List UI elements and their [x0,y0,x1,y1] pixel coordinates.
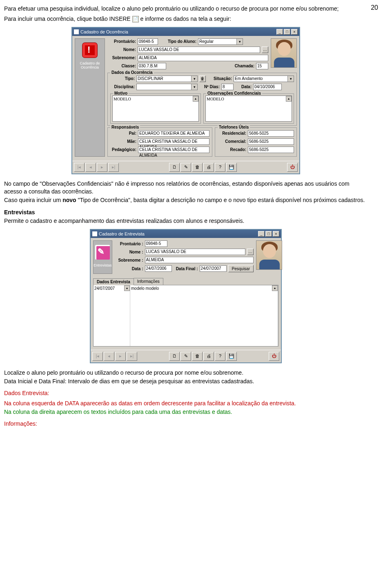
nome-label: Nome : [115,250,143,254]
prontuario-input[interactable]: 09848-5 [145,240,167,247]
interview-window: Cadastro de Entrevista _ □ × Entrevistas… [90,229,282,363]
obs-text: MODELO [207,97,224,101]
sobrenome-label: Sobrenome: [107,56,136,60]
resid-input[interactable]: 5686-5025 [248,130,294,137]
pedag-input[interactable]: CELIA CRISTINA VASSALO DE ALMEIDA [138,147,209,153]
edit-button[interactable]: ✎ [180,352,191,361]
recado-input[interactable]: 5686-5025 [248,147,294,153]
new-button[interactable]: 🗋 [169,352,180,361]
prontuario-input[interactable]: 09848-5 [138,38,158,45]
side-panel: Entrevistas [93,240,112,274]
scroll-up-icon[interactable]: ▴ [124,285,130,291]
close-window-button[interactable]: × [273,231,279,237]
motivo-legend: Motivo [113,91,129,96]
chamada-label: Chamada: [168,64,254,68]
comerc-input[interactable]: 5686-5025 [248,138,294,145]
next-record-button[interactable]: ▸ [115,352,126,361]
delete-button[interactable]: 🗑 [192,352,203,361]
data-input[interactable]: 04/10/2006 [253,84,282,90]
next-record-button[interactable]: ▸ [97,163,107,172]
scroll-up-icon[interactable]: ▴ [286,96,292,102]
mae-label: Mãe: [110,139,136,144]
data-input[interactable]: 24/07/2006 [145,265,172,272]
chamada-input[interactable]: 15 [256,63,268,69]
prev-record-button[interactable]: ◂ [104,352,114,361]
page-number: 20 [371,4,378,11]
entrevistas-desc: Permite o cadastro e acompanhamento das … [4,217,368,225]
classe-label: Classe: [107,64,136,68]
obs-textarea[interactable]: MODELO ▴ [205,96,292,122]
window-title: Cadastro de Ocorrência [80,29,128,34]
ndias-input[interactable]: 8 [221,84,234,90]
dados-entrevista-heading: Dados Entrevista: [4,389,368,397]
save-button[interactable]: 💾 [226,163,237,172]
minimize-button[interactable]: _ [276,29,283,35]
nome-label: Nome: [107,47,136,52]
scroll-up-icon[interactable]: ▴ [272,285,278,291]
first-record-button[interactable]: |◂ [74,163,85,172]
dados-ocorrencia-group: Dados da Ocorrência Tipo: DISCIPLINAR 🗑 … [107,73,297,126]
prev-record-button[interactable]: ◂ [85,163,96,172]
list-text-value: modelo modelo [131,286,159,291]
tab-informacoes[interactable]: Informações [134,278,163,285]
close-window-button[interactable]: × [291,29,298,35]
titlebar: Cadastro de Entrevista _ □ × [91,230,281,238]
exit-button[interactable]: ⏻ [287,163,298,172]
last-record-button[interactable]: ▸| [127,352,137,361]
disciplina-select[interactable] [136,84,198,90]
nome-input[interactable]: LUCAS VASSALO DE [145,249,245,255]
motivo-textarea[interactable]: MODELO ▴ [112,96,199,122]
exclamation-icon [82,43,97,58]
side-label: Entrevistas [94,264,112,268]
tipo-del-button[interactable]: 🗑 [199,76,206,82]
pai-input[interactable]: EDUARDO TEIXEIRA DE ALMEIDA [138,130,209,137]
print-button[interactable]: 🖨 [203,352,214,361]
scroll-up-icon[interactable]: ▴ [193,96,198,102]
delete-button[interactable]: 🗑 [192,163,203,172]
nome-input[interactable]: LUCAS VASSALO DE [138,47,260,53]
minimize-button[interactable]: _ [258,231,265,237]
tipo-aluno-select[interactable]: Regular [198,38,243,45]
sobrenome-input[interactable]: ALMEIDA [145,257,254,263]
p4a: Caso queira incluir um [4,197,62,203]
maximize-button[interactable]: □ [284,29,290,35]
obs-legend: Observações Confidenciais [206,91,262,96]
tipo-select[interactable]: DISCIPLINAR [136,76,198,82]
help-button[interactable]: ? [215,163,225,172]
nome-lookup-button[interactable]: … [247,249,254,255]
edit-button[interactable]: ✎ [180,163,191,172]
resp-legend: Responsáveis [110,125,140,129]
motivo-group: Motivo MODELO ▴ [110,93,201,124]
list-date-value: 24/07/2007 [94,286,115,291]
nome-lookup-button[interactable]: … [262,47,268,53]
insert-icon [132,16,139,22]
new-button[interactable]: 🗋 [169,163,180,172]
telefones-group: Telefones Úteis Residencial:5686-5025 Co… [215,127,297,157]
text-column[interactable]: modelo modelo ▴ [130,285,278,346]
informacoes-heading: Informações: [4,420,368,428]
recado-label: Recado: [218,147,246,152]
mae-input[interactable]: CELIA CRISTINA VASSALO DE ALMEIDA [138,138,209,145]
student-photo [271,38,297,68]
exit-button[interactable]: ⏻ [269,352,279,361]
window-title: Cadastro de Entrevista [99,231,145,236]
save-button[interactable]: 💾 [226,352,237,361]
help-button[interactable]: ? [215,352,225,361]
date-column[interactable]: 24/07/2007 ▴ [94,285,130,346]
classe-input[interactable]: 030.7.B.M [138,63,166,69]
situacao-select[interactable]: Em Andamento [234,76,294,82]
data-final-label: Data Final : [174,267,198,271]
prontuario-label: Prontuário : [115,242,143,246]
maximize-button[interactable]: □ [265,231,272,237]
motivo-text: MODELO [114,97,131,101]
pesquisar-button[interactable]: Pesquisar [228,265,254,272]
dados-legend: Dados da Ocorrência [110,70,154,75]
col-esq-note: Na coluna esquerda de DATA aparecerão as… [4,400,368,407]
print-button[interactable]: 🖨 [203,163,214,172]
tab-dados-entrevista[interactable]: Dados Entrevista [93,278,134,285]
sobrenome-input[interactable]: ALMEIDA [138,55,268,61]
locate-note: Localize o aluno pelo prontuário ou util… [4,369,368,377]
first-record-button[interactable]: |◂ [92,352,103,361]
last-record-button[interactable]: ▸| [108,163,119,172]
data-final-input[interactable]: 24/07/2007 [200,265,227,272]
